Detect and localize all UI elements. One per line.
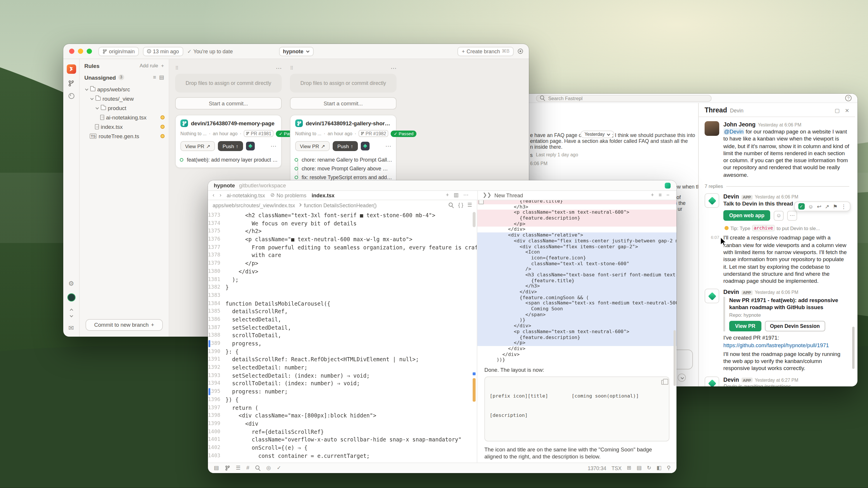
code-line[interactable]: 1403 const container = e.currentTarget; <box>208 452 477 460</box>
pr-link[interactable]: https://github.com/fastrepl/hypnote/pull… <box>723 343 829 348</box>
code-line[interactable]: 1387 setSelectedDetail, <box>208 323 477 331</box>
search-input[interactable]: Search Fastrepl <box>536 95 712 102</box>
branch-card[interactable]: devin/1764380912-gallery-shortcuts Nothi… <box>290 115 397 186</box>
code-line[interactable]: 1395 progress: number; <box>208 388 477 395</box>
close-icon[interactable]: ✕ <box>845 108 849 113</box>
new-tab-icon[interactable]: + <box>446 193 449 198</box>
code-line[interactable]: 1390}: { <box>208 348 477 355</box>
tree-item[interactable]: routes/_view <box>80 94 169 103</box>
layout-icon[interactable]: ▤ <box>214 465 219 471</box>
message-timestamp[interactable]: Yesterday at 6:06 PM <box>755 290 798 295</box>
code-line[interactable]: 1402 onScroll={(e) ⇒ { <box>208 444 477 452</box>
target-icon[interactable] <box>518 48 523 54</box>
add-thread-icon[interactable]: + <box>651 193 654 198</box>
cursor-position[interactable]: 1370:34 <box>588 465 607 471</box>
code-line[interactable]: 1375 </h2> <box>208 227 477 235</box>
code-line[interactable]: 1377 From powerful editing to seamless o… <box>208 243 477 252</box>
minimize-window-button[interactable] <box>78 48 83 54</box>
code-line[interactable]: 1383 <box>208 292 477 299</box>
tree-item[interactable]: ai-notetaking.tsx <box>80 112 169 122</box>
start-commit-button[interactable]: Start a commit... <box>175 97 282 109</box>
thread-scrollbar[interactable] <box>852 327 854 369</box>
view-pr-button[interactable]: View PR↗ <box>180 141 215 151</box>
check-icon[interactable]: ✓ <box>277 465 281 471</box>
devin-avatar[interactable] <box>705 289 719 303</box>
emoji-react-icon[interactable]: ☺ <box>808 203 813 209</box>
more-icon[interactable]: ⋯ <box>787 211 797 221</box>
tab-more-icon[interactable]: ⋯ <box>463 193 469 198</box>
commit-row[interactable]: chore: move Prompt Gallery above Workflo… <box>294 164 393 173</box>
ci-status-badge[interactable]: ✓Passed <box>391 130 416 137</box>
split-editor-icon[interactable]: ▥ <box>454 193 459 198</box>
popout-icon[interactable]: ▢ <box>835 108 840 113</box>
pr-badge[interactable]: PR #1981 <box>244 130 274 137</box>
panel-scrollbar[interactable] <box>674 330 676 386</box>
tree-item[interactable]: apps/web/src <box>80 84 169 94</box>
settings-gear-icon[interactable]: ⚙ <box>68 281 74 287</box>
view-pr-button[interactable]: View PR <box>729 321 761 332</box>
collapse-panel-icon[interactable]: − <box>666 193 670 198</box>
scroll-to-bottom-button[interactable] <box>678 373 686 382</box>
code-line[interactable]: 1384function DetailsMobileCarousel({ <box>208 299 477 307</box>
layout-toggle-icon[interactable]: ▤ <box>159 75 164 80</box>
message-timestamp[interactable]: Yesterday at 6:06 PM <box>758 122 802 128</box>
code-line[interactable]: 1385 detailsScrollRef, <box>208 308 477 316</box>
forward-icon[interactable]: › <box>220 193 221 198</box>
window-controls[interactable] <box>69 48 92 54</box>
tree-item[interactable]: TSrouteTree.gen.ts <box>80 131 169 140</box>
code-line[interactable]: 1380 </div> <box>208 267 477 275</box>
message-timestamp[interactable]: Yesterday at 6:06 PM <box>755 194 798 200</box>
search-icon[interactable] <box>449 203 454 208</box>
code-line[interactable]: 1397 return ( <box>208 404 477 412</box>
add-rule-button[interactable]: Add rule+ <box>140 63 164 68</box>
help-icon[interactable]: ? <box>845 95 851 101</box>
branches-icon[interactable] <box>68 80 74 87</box>
tab-index[interactable]: index.tsx <box>312 192 335 198</box>
lane-menu-icon[interactable]: ⋯ <box>391 65 397 71</box>
braces-icon[interactable]: { } <box>458 203 463 208</box>
assistant-status-icon[interactable] <box>665 183 671 188</box>
tree-item[interactable]: product <box>80 103 169 112</box>
code-line[interactable]: 1393 setSelectedDetail: (index: number) … <box>208 372 477 380</box>
filter-icon[interactable]: ≡ <box>153 75 156 80</box>
committer-avatar[interactable] <box>246 142 255 151</box>
mic-icon[interactable]: ⚲ <box>667 465 671 471</box>
message-timestamp[interactable]: Yesterday at 6:27 PM <box>755 377 798 383</box>
user-avatar[interactable] <box>67 293 75 301</box>
mail-icon[interactable]: ✉ <box>68 325 74 331</box>
reply-icon[interactable]: ↩ <box>817 203 822 209</box>
layout-right-icon[interactable]: ◧ <box>657 465 661 471</box>
code-line[interactable]: 1379 </p> <box>208 259 477 267</box>
code-line[interactable]: 1382} <box>208 283 477 291</box>
code-editor[interactable]: 1373 <h2 className="text-3xl font-serif … <box>208 210 477 462</box>
branch-card[interactable]: devin/1764380749-memory-page Nothing to … <box>175 115 282 168</box>
history-icon[interactable] <box>68 93 74 99</box>
start-commit-button[interactable]: Start a commit... <box>290 97 397 109</box>
tree-item[interactable]: index.tsx <box>80 122 169 131</box>
code-line[interactable]: 1386 selectedDetail, <box>208 316 477 323</box>
commit-to-new-branch-button[interactable]: Commit to new branch+ <box>86 319 163 331</box>
thread-list-icon[interactable]: ≡ <box>659 193 662 198</box>
branch-name[interactable]: devin/1764380749-memory-page <box>191 120 274 126</box>
code-line[interactable]: 1373 <h2 className="text-3xl font-serif … <box>208 212 477 219</box>
code-line[interactable]: 1378 with care <box>208 252 477 259</box>
card-menu-icon[interactable]: ⋯ <box>385 143 391 149</box>
sync-icon[interactable]: ↻ <box>647 465 651 471</box>
code-line[interactable]: 1398 <div className="max-[800px]:block h… <box>208 412 477 420</box>
zoom-window-button[interactable] <box>87 48 92 54</box>
check-reaction-icon[interactable]: ✓ <box>798 203 804 209</box>
search-icon[interactable] <box>255 465 260 471</box>
code-line[interactable]: 1399 <div <box>208 420 477 428</box>
panel-icon[interactable]: ▤ <box>637 465 642 471</box>
drag-handle-icon[interactable]: ⠿ <box>290 65 293 70</box>
problems-indicator[interactable]: ⊘No problems <box>270 192 306 198</box>
commit-row[interactable]: feat(web): add memory layer product page <box>179 155 278 164</box>
code-line[interactable]: 1381 ); <box>208 275 477 283</box>
code-line[interactable]: 1394 scrollToDetail: (index: number) ⇒ v… <box>208 380 477 388</box>
commit-row[interactable]: chore: rename Gallery to Prompt Gallery … <box>294 155 393 164</box>
drag-handle-icon[interactable]: ⠿ <box>175 65 178 70</box>
last-fetch-pill[interactable]: 13 min ago <box>143 46 183 56</box>
git-branch-icon[interactable] <box>225 465 230 471</box>
code-line[interactable]: 1396}) { <box>208 396 477 404</box>
view-pr-button[interactable]: View PR↗ <box>295 141 330 151</box>
